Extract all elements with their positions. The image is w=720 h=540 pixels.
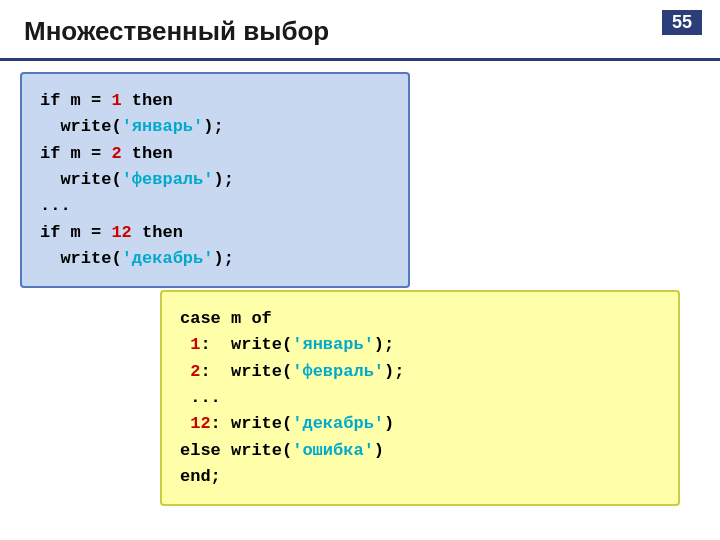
code-line: case m of xyxy=(180,306,660,332)
code-line: write('декабрь'); xyxy=(40,246,390,272)
page-number: 55 xyxy=(662,10,702,35)
code-line: else write('ошибка') xyxy=(180,438,660,464)
slide-title: Множественный выбор xyxy=(24,16,329,47)
code-line: ... xyxy=(40,193,390,219)
code-line: 2: write('февраль'); xyxy=(180,359,660,385)
code-line: ... xyxy=(180,385,660,411)
code-line: 1: write('январь'); xyxy=(180,332,660,358)
code-line: end; xyxy=(180,464,660,490)
code-block-yellow: case m of 1: write('январь'); 2: write('… xyxy=(160,290,680,506)
code-block-blue: if m = 1 then write('январь'); if m = 2 … xyxy=(20,72,410,288)
code-line: if m = 12 then xyxy=(40,220,390,246)
code-line: if m = 2 then xyxy=(40,141,390,167)
code-line: 12: write('декабрь') xyxy=(180,411,660,437)
code-line: write('февраль'); xyxy=(40,167,390,193)
code-line: write('январь'); xyxy=(40,114,390,140)
title-underline xyxy=(0,58,720,61)
code-line: if m = 1 then xyxy=(40,88,390,114)
